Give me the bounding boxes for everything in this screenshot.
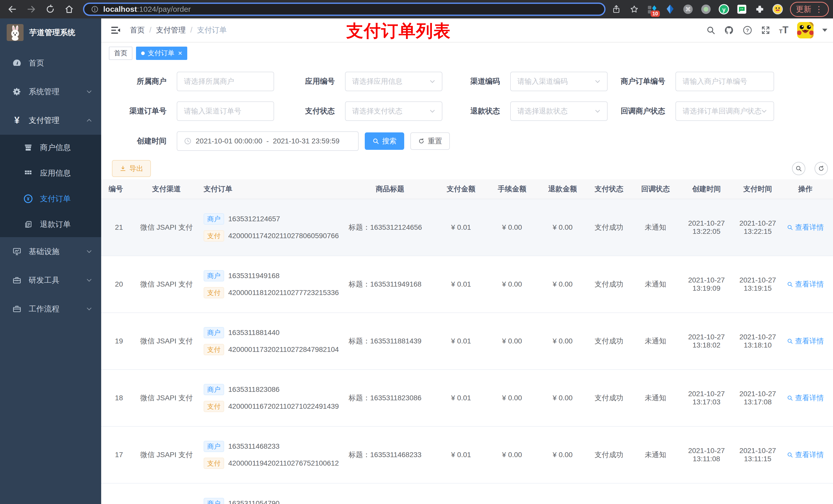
extensions-puzzle-icon[interactable] xyxy=(754,4,765,15)
create-time-range-input[interactable]: 2021-10-01 00:00:00 - 2021-10-31 23:59:5… xyxy=(177,131,359,151)
share-icon[interactable] xyxy=(611,4,622,15)
browser-menu-icon[interactable]: ⋮ xyxy=(815,5,823,13)
github-icon[interactable] xyxy=(724,25,734,35)
pay-status: 支付成功 xyxy=(588,280,630,289)
site-info-icon[interactable] xyxy=(91,5,99,13)
fullscreen-icon[interactable] xyxy=(761,26,770,35)
briefcase-icon xyxy=(12,304,22,313)
extension-y-icon[interactable]: y xyxy=(718,4,730,15)
callback-status-select[interactable]: 请选择订单回调商户状态 xyxy=(675,101,774,121)
sidebar-item-home[interactable]: 首页 xyxy=(0,49,101,77)
sidebar-item-merchant-info[interactable]: 商户信息 xyxy=(0,135,101,160)
sidebar-item-system[interactable]: 系统管理 xyxy=(0,77,101,106)
view-detail-link[interactable]: 查看详情 xyxy=(787,393,824,403)
reload-icon[interactable] xyxy=(45,4,56,15)
font-size-icon[interactable]: TT xyxy=(779,25,788,35)
browser-nav xyxy=(0,4,75,15)
reset-button[interactable]: 重置 xyxy=(410,133,450,150)
bookmark-star-icon[interactable] xyxy=(628,4,640,15)
pay-amount: ¥ 0.01 xyxy=(435,337,487,345)
forward-icon[interactable] xyxy=(26,4,37,15)
pay-amount: ¥ 0.01 xyxy=(435,394,487,402)
refund-status-select[interactable]: 请选择退款状态 xyxy=(510,101,608,121)
tab-home[interactable]: 首页 xyxy=(109,47,133,60)
avatar-caret-icon[interactable] xyxy=(822,29,827,32)
view-detail-link[interactable]: 查看详情 xyxy=(787,222,824,232)
back-icon[interactable] xyxy=(7,4,18,15)
filter-merchant: 所属商户 请选择所属商户 xyxy=(101,72,274,91)
view-detail-link[interactable]: 查看详情 xyxy=(787,450,824,460)
merchant-order-no-input[interactable]: 请输入商户订单编号 xyxy=(675,72,774,91)
profile-emoji-icon[interactable] xyxy=(772,4,783,15)
user-avatar[interactable] xyxy=(797,22,813,39)
end-date-value: 2021-10-31 23:59:59 xyxy=(273,137,339,145)
close-icon[interactable]: × xyxy=(178,50,182,57)
sidebar-item-app-info[interactable]: 应用信息 xyxy=(0,160,101,186)
sidebar-item-refund-order[interactable]: 退款订单 xyxy=(0,212,101,237)
browser-update-button[interactable]: 更新 ⋮ xyxy=(790,2,829,17)
breadcrumb-home[interactable]: 首页 xyxy=(130,25,145,35)
merchant-tag: 商户 xyxy=(204,498,224,504)
table-row[interactable]: 商户1635311054790 xyxy=(101,483,833,504)
refresh-icon[interactable] xyxy=(814,162,828,175)
fee-amount: ¥ 0.00 xyxy=(487,394,538,402)
app-select[interactable]: 请选择应用信息 xyxy=(345,72,443,91)
url-bar[interactable]: localhost:1024/pay/order xyxy=(83,3,605,16)
svg-text:y: y xyxy=(722,6,726,13)
refund-amount: ¥ 0.00 xyxy=(538,337,588,345)
create-time: 2021-10-2713:22:05 xyxy=(681,219,732,236)
extension-command-icon[interactable]: ⌘ xyxy=(682,4,694,15)
pay-order-no: 4200001173202110272847982104 xyxy=(228,344,339,355)
view-detail-link[interactable]: 查看详情 xyxy=(787,280,824,289)
top-navbar: 首页 / 支付管理 / 支付订单 ? TT xyxy=(101,19,833,43)
merchant-order-no: 1635311054790 xyxy=(228,498,280,504)
table-row[interactable]: 18 微信 JSAPI 支付 商户1635311823086 支付4200001… xyxy=(101,370,833,427)
table-row[interactable]: 21 微信 JSAPI 支付 商户1635312124657 支付4200001… xyxy=(101,199,833,256)
extension-kite-icon[interactable] xyxy=(664,4,676,15)
channel-code-select[interactable]: 请输入渠道编码 xyxy=(510,72,608,91)
channel-order-no-input[interactable]: 请输入渠道订单号 xyxy=(177,101,274,121)
screen: localhost:1024/pay/order 10 ⌘ y 更新 ⋮ xyxy=(0,0,833,504)
sidebar-item-workflow[interactable]: 工作流程 xyxy=(0,294,101,323)
browser-actions: 10 ⌘ y 更新 ⋮ xyxy=(605,2,833,17)
pay-submenu: 商户信息 应用信息 ¥ 支付订单 退款订单 xyxy=(0,135,101,237)
sidebar-toggle-icon[interactable] xyxy=(111,25,121,35)
chevron-down-icon xyxy=(761,110,767,113)
pay-status-select[interactable]: 请选择支付状态 xyxy=(345,101,443,121)
extension-devtools-icon[interactable]: 10 xyxy=(646,4,658,15)
sidebar-item-infra[interactable]: 基础设施 xyxy=(0,237,101,266)
sidebar-item-pay-order[interactable]: ¥ 支付订单 xyxy=(0,186,101,212)
breadcrumb-separator: / xyxy=(149,26,151,34)
extension-recorder-icon[interactable] xyxy=(700,4,712,15)
merchant-select[interactable]: 请选择所属商户 xyxy=(177,72,274,91)
search-icon[interactable] xyxy=(706,26,715,35)
view-detail-link[interactable]: 查看详情 xyxy=(787,336,824,346)
sidebar-item-pay[interactable]: ¥ 支付管理 xyxy=(0,106,101,135)
table-row[interactable]: 20 微信 JSAPI 支付 商户1635311949168 支付4200001… xyxy=(101,256,833,313)
merchant-order-no: 1635311468233 xyxy=(228,441,280,452)
table-row[interactable]: 17 微信 JSAPI 支付 商户1635311468233 支付4200001… xyxy=(101,427,833,483)
notify-status: 未通知 xyxy=(630,222,681,232)
merchant-tag: 商户 xyxy=(204,327,224,338)
sidebar-item-dev-tools[interactable]: 研发工具 xyxy=(0,266,101,294)
fee-amount: ¥ 0.00 xyxy=(487,223,538,232)
help-icon[interactable]: ? xyxy=(743,25,752,35)
merchant-order-no-label: 商户订单编号 xyxy=(618,76,665,87)
search-button[interactable]: 搜索 xyxy=(365,133,404,150)
pay-tag: 支付 xyxy=(204,287,224,298)
pay-time: 2021-10-2713:22:15 xyxy=(732,219,783,236)
breadcrumb-separator: / xyxy=(190,26,192,34)
dashboard-icon xyxy=(12,58,22,68)
toggle-search-icon[interactable] xyxy=(792,162,805,175)
merchant-tag: 商户 xyxy=(204,270,224,282)
chevron-up-icon xyxy=(86,119,92,122)
export-button[interactable]: 导出 xyxy=(112,160,151,177)
extension-chat-icon[interactable] xyxy=(736,4,747,15)
url-path: :1024/pay/order xyxy=(137,5,191,14)
fee-amount: ¥ 0.00 xyxy=(487,451,538,459)
breadcrumb: 首页 / 支付管理 / 支付订单 xyxy=(130,25,227,35)
clock-icon xyxy=(184,137,192,145)
table-row[interactable]: 19 微信 JSAPI 支付 商户1635311881440 支付4200001… xyxy=(101,313,833,370)
tab-pay-order[interactable]: 支付订单 × xyxy=(136,47,187,60)
home-icon[interactable] xyxy=(64,4,75,15)
